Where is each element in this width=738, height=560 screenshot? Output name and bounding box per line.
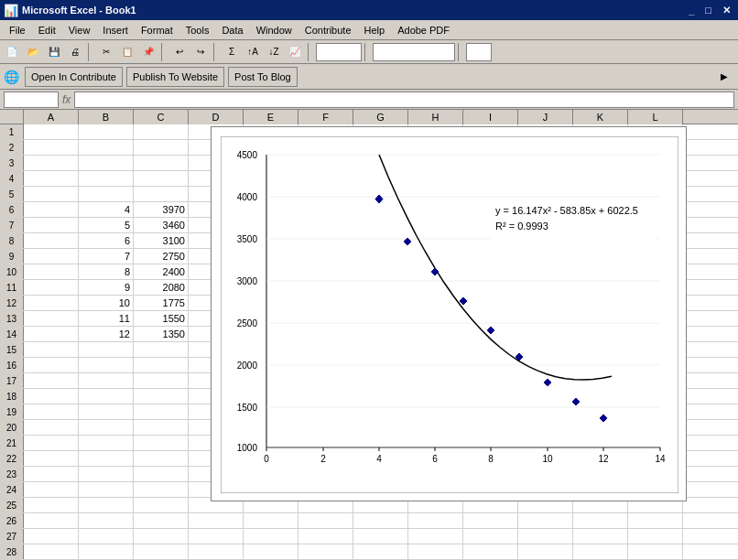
cell-a8[interactable] — [24, 233, 79, 248]
cell-b16[interactable] — [79, 358, 134, 372]
cell-f28[interactable] — [298, 544, 353, 559]
cell-a2[interactable] — [24, 140, 79, 155]
menu-edit[interactable]: Edit — [33, 23, 61, 38]
col-header-h[interactable]: H — [408, 110, 463, 124]
col-header-d[interactable]: D — [189, 110, 244, 124]
cell-c13[interactable]: 1550 — [134, 311, 189, 326]
cell-reference-input[interactable]: N27 — [4, 92, 59, 108]
cell-i28[interactable] — [463, 544, 518, 559]
zoom-input[interactable]: 100% — [316, 43, 362, 61]
close-btn[interactable]: ✕ — [719, 5, 734, 16]
cell-b14[interactable]: 12 — [79, 327, 134, 341]
font-input[interactable]: Arial — [373, 43, 455, 61]
cell-a10[interactable] — [24, 264, 79, 279]
col-header-k[interactable]: K — [573, 110, 628, 124]
cell-b27[interactable] — [79, 529, 134, 544]
cell-a1[interactable] — [24, 124, 79, 139]
formula-input[interactable] — [74, 92, 734, 108]
publish-to-website-btn[interactable]: Publish To Website — [126, 67, 224, 87]
open-in-contribute-btn[interactable]: Open In Contribute — [25, 67, 123, 87]
paste-btn[interactable]: 📌 — [138, 42, 158, 62]
post-to-blog-btn[interactable]: Post To Blog — [228, 67, 298, 87]
cell-c26[interactable] — [134, 513, 189, 528]
col-header-c[interactable]: C — [134, 110, 189, 124]
col-header-b[interactable]: B — [79, 110, 134, 124]
cell-g26[interactable] — [353, 513, 408, 528]
col-header-j[interactable]: J — [518, 110, 573, 124]
cell-a17[interactable] — [24, 373, 79, 388]
cell-b7[interactable]: 5 — [79, 218, 134, 232]
cut-btn[interactable]: ✂ — [96, 42, 116, 62]
cell-a20[interactable] — [24, 420, 79, 435]
cell-a19[interactable] — [24, 404, 79, 419]
cell-c8[interactable]: 3100 — [134, 233, 189, 248]
cell-b4[interactable] — [79, 171, 134, 186]
cell-c3[interactable] — [134, 156, 189, 170]
cell-b3[interactable] — [79, 156, 134, 170]
cell-c22[interactable] — [134, 451, 189, 466]
cell-c2[interactable] — [134, 140, 189, 155]
cell-i26[interactable] — [463, 513, 518, 528]
cell-a25[interactable] — [24, 498, 79, 512]
toolbar-extra-btn[interactable]: ▶ — [714, 67, 734, 87]
cell-k26[interactable] — [573, 513, 628, 528]
cell-d28[interactable] — [189, 544, 244, 559]
menu-contribute[interactable]: Contribute — [299, 23, 357, 38]
cell-c18[interactable] — [134, 389, 189, 404]
menu-adobe-pdf[interactable]: Adobe PDF — [392, 23, 455, 38]
cell-g28[interactable] — [353, 544, 408, 559]
cell-e26[interactable] — [244, 513, 298, 528]
cell-a18[interactable] — [24, 389, 79, 404]
cell-g27[interactable] — [353, 529, 408, 544]
cell-c24[interactable] — [134, 482, 189, 497]
cell-a12[interactable] — [24, 296, 79, 310]
col-header-i[interactable]: I — [463, 110, 518, 124]
cell-b13[interactable]: 11 — [79, 311, 134, 326]
cell-i27[interactable] — [463, 529, 518, 544]
cell-d27[interactable] — [189, 529, 244, 544]
cell-a5[interactable] — [24, 187, 79, 201]
cell-a24[interactable] — [24, 482, 79, 497]
cell-a14[interactable] — [24, 327, 79, 341]
redo-btn[interactable]: ↪ — [190, 42, 211, 62]
cell-h28[interactable] — [408, 544, 463, 559]
cell-a3[interactable] — [24, 156, 79, 170]
cell-a13[interactable] — [24, 311, 79, 326]
cell-b10[interactable]: 8 — [79, 264, 134, 279]
cell-c15[interactable] — [134, 342, 189, 357]
menu-insert[interactable]: Insert — [97, 23, 134, 38]
cell-l27[interactable] — [628, 529, 683, 544]
copy-btn[interactable]: 📋 — [117, 42, 137, 62]
cell-b2[interactable] — [79, 140, 134, 155]
cell-c9[interactable]: 2750 — [134, 249, 189, 264]
cell-b1[interactable] — [79, 124, 134, 139]
cell-c21[interactable] — [134, 436, 189, 450]
cell-e27[interactable] — [244, 529, 298, 544]
cell-c11[interactable]: 2080 — [134, 280, 189, 295]
cell-a4[interactable] — [24, 171, 79, 186]
cell-l28[interactable] — [628, 544, 683, 559]
cell-b15[interactable] — [79, 342, 134, 357]
cell-b21[interactable] — [79, 436, 134, 450]
cell-b20[interactable] — [79, 420, 134, 435]
cell-j26[interactable] — [518, 513, 573, 528]
menu-view[interactable]: View — [63, 23, 96, 38]
cell-b12[interactable]: 10 — [79, 296, 134, 310]
new-btn[interactable]: 📄 — [2, 42, 22, 62]
sort-desc-btn[interactable]: ↓Z — [264, 42, 284, 62]
sort-asc-btn[interactable]: ↑A — [243, 42, 263, 62]
cell-c17[interactable] — [134, 373, 189, 388]
cell-c5[interactable] — [134, 187, 189, 201]
cell-a6[interactable] — [24, 202, 79, 217]
menu-file[interactable]: File — [4, 23, 31, 38]
cell-c10[interactable]: 2400 — [134, 264, 189, 279]
print-btn[interactable]: 🖨 — [65, 42, 85, 62]
menu-format[interactable]: Format — [136, 23, 179, 38]
cell-b8[interactable]: 6 — [79, 233, 134, 248]
cell-j28[interactable] — [518, 544, 573, 559]
col-header-l[interactable]: L — [628, 110, 683, 124]
open-btn[interactable]: 📂 — [23, 42, 43, 62]
cell-c6[interactable]: 3970 — [134, 202, 189, 217]
cell-b11[interactable]: 9 — [79, 280, 134, 295]
col-header-f[interactable]: F — [298, 110, 353, 124]
